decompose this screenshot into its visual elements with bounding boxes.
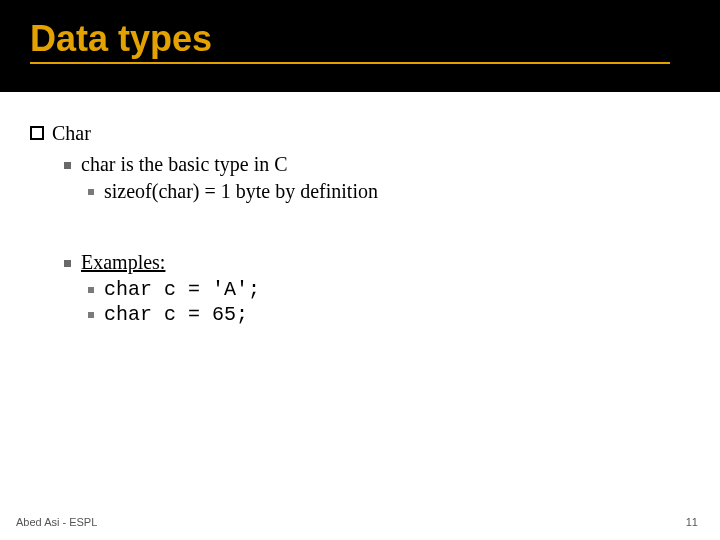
bullet-lvl1: Char char is the basic type in C sizeof(… (30, 122, 680, 203)
page-number: 11 (686, 516, 698, 528)
footer-author: Abed Asi - ESPL (16, 516, 97, 528)
square-small-icon (64, 162, 71, 169)
bullet-lvl2-group: char is the basic type in C sizeof(char)… (64, 153, 680, 203)
bullet-lvl3: sizeof(char) = 1 byte by definition (88, 180, 680, 203)
slide-content: Char char is the basic type in C sizeof(… (0, 92, 720, 326)
square-tiny-icon (88, 189, 94, 195)
slide: Data types Char char is the basic type i… (0, 0, 720, 540)
slide-header: Data types (0, 0, 720, 92)
lvl3-text: char c = 65; (104, 303, 248, 326)
bullet-lvl2: Examples: (64, 251, 680, 274)
square-small-icon (64, 260, 71, 267)
bullet-lvl3: char c = 65; (88, 303, 680, 326)
lvl2-text: Examples: (81, 251, 165, 274)
lvl1-text: Char (52, 122, 91, 145)
bullet-lvl3: char c = 'A'; (88, 278, 680, 301)
bullet-lvl3-group: sizeof(char) = 1 byte by definition (88, 180, 680, 203)
bullet-lvl3-group: char c = 'A'; char c = 65; (88, 278, 680, 326)
bullet-lvl2: char is the basic type in C (64, 153, 680, 176)
bullet-lvl2-group: Examples: char c = 'A'; char c = 65; (64, 251, 680, 326)
lvl3-text: char c = 'A'; (104, 278, 260, 301)
square-outline-icon (30, 126, 44, 140)
lvl2-text: char is the basic type in C (81, 153, 288, 176)
lvl3-text: sizeof(char) = 1 byte by definition (104, 180, 378, 203)
slide-title: Data types (30, 18, 670, 64)
square-tiny-icon (88, 287, 94, 293)
square-tiny-icon (88, 312, 94, 318)
